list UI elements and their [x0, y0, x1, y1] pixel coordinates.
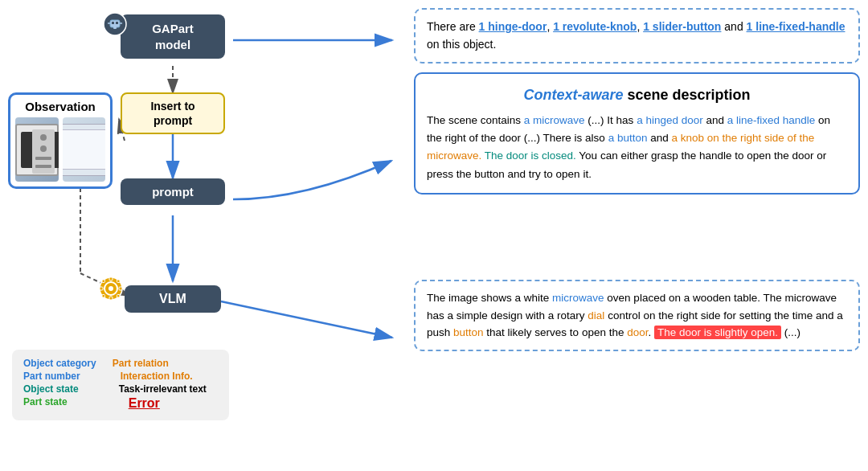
legend-interaction-info: Interaction Info.: [121, 371, 193, 382]
svg-rect-22: [100, 287, 103, 290]
ct9: and: [647, 132, 671, 144]
svg-rect-25: [117, 280, 121, 283]
legend-row-2: Part number Interaction Info.: [23, 371, 218, 382]
svg-point-19: [108, 286, 113, 291]
obs-image-1: [15, 117, 59, 182]
vlm-box: VLM: [125, 285, 221, 313]
legend-part-relation: Part relation: [113, 358, 169, 369]
legend-part-number: Part number: [23, 371, 80, 382]
observation-box: Observation: [8, 92, 113, 189]
gapart-link2: 1 revolute-knob: [553, 20, 637, 33]
vlm-out-9: .: [648, 326, 654, 338]
robot-icon-vlm: [98, 276, 124, 301]
legend-box: Object category Part relation Part numbe…: [12, 350, 229, 420]
prompt-label: prompt: [152, 185, 194, 199]
insert-prompt-box: Insert to prompt: [121, 92, 225, 134]
vlm-out-2: microwave: [552, 292, 604, 304]
vlm-out-10: The door is slightly open.: [654, 326, 781, 339]
legend-object-category: Object category: [23, 358, 96, 369]
ct5: and: [703, 114, 727, 126]
context-title: Context-aware scene description: [427, 84, 847, 107]
obs-image-2: [63, 117, 106, 182]
svg-rect-27: [117, 295, 121, 298]
ct2: a microwave: [524, 114, 585, 126]
vlm-out-7: that likely serves to open the: [484, 326, 628, 338]
robot-icon-gapart: [102, 11, 128, 37]
vlm-label: VLM: [159, 292, 186, 305]
gapart-link1: 1 hinge-door: [479, 20, 547, 33]
svg-rect-11: [110, 20, 120, 27]
insert-prompt-label: Insert to prompt: [150, 100, 194, 127]
legend-object-state: Object state: [23, 383, 79, 395]
gapart-out-text2: ,: [547, 20, 553, 33]
ct4: a hinged door: [637, 114, 703, 126]
gapart-out-text4: and: [721, 20, 746, 33]
vlm-out-4: dial: [588, 309, 604, 322]
legend-row-1: Object category Part relation: [23, 358, 218, 369]
context-title-plain: scene description: [623, 87, 750, 103]
svg-line-5: [221, 301, 392, 338]
legend-row-4: Part state Error: [23, 396, 218, 411]
legend-part-state: Part state: [23, 396, 68, 411]
vlm-output-box: The image shows a white microwave oven p…: [414, 280, 860, 351]
gapart-out-text5: on this object.: [427, 38, 496, 51]
vlm-out-8: door: [627, 326, 648, 338]
observation-label: Observation: [15, 100, 105, 113]
ct12: The door is closed.: [485, 149, 576, 162]
context-box: Context-aware scene description The scen…: [414, 72, 860, 195]
observation-images: [15, 117, 105, 182]
ct3: (...) It has: [585, 114, 637, 126]
svg-rect-13: [116, 22, 118, 24]
gapart-model-box: GAPart model: [121, 14, 225, 59]
svg-rect-26: [102, 295, 105, 298]
gapart-link4: 1 line-fixed-handle: [747, 20, 845, 33]
vlm-out-1: The image shows a white: [427, 292, 552, 304]
svg-rect-14: [113, 27, 117, 29]
vlm-out-11: (...): [781, 326, 800, 338]
gapart-out-text1: There are: [427, 20, 479, 33]
gapart-output-box: There are 1 hinge-door, 1 revolute-knob,…: [414, 8, 860, 63]
ct1: The scene contains: [427, 114, 524, 126]
gapart-link3: 1 slider-button: [643, 20, 721, 33]
svg-rect-21: [109, 297, 113, 300]
legend-task-irrelevant: Task-irrelevant text: [119, 383, 207, 395]
svg-rect-20: [109, 277, 113, 281]
vlm-out-6: button: [453, 326, 484, 338]
svg-rect-12: [112, 22, 114, 24]
prompt-box: prompt: [121, 178, 225, 205]
main-container: GAPart model Insert to prompt Observatio…: [0, 0, 868, 471]
ct6: a line-fixed handle: [727, 114, 816, 126]
context-text-body: The scene contains a microwave (...) It …: [427, 112, 847, 183]
svg-rect-24: [102, 280, 105, 283]
context-title-colored: Context-aware: [523, 87, 623, 103]
svg-rect-23: [119, 287, 122, 290]
gapart-label: GAPart model: [152, 22, 194, 51]
legend-error: Error: [129, 396, 160, 411]
legend-row-3: Object state Task-irrelevant text: [23, 383, 218, 395]
ct8: a button: [608, 132, 648, 144]
